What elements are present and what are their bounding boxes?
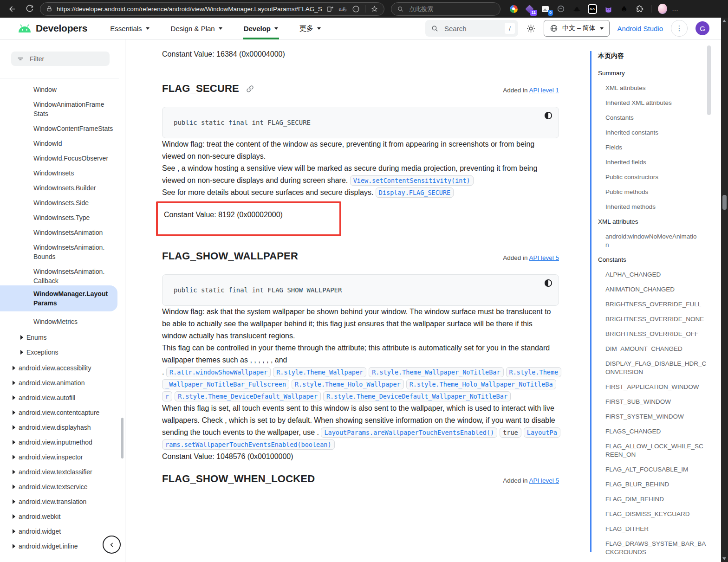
expand-triangle-icon[interactable] (13, 544, 15, 549)
sidebar-class-item[interactable]: WindowInsetsAnimation. Bounds (0, 243, 117, 261)
toc-item[interactable]: FLAG_BLUR_BEHIND (598, 480, 700, 489)
cat-extension-icon[interactable] (604, 4, 613, 13)
sidebar-class-item[interactable]: WindowInsetsAnimation (0, 228, 117, 237)
code-link-chip[interactable]: R.style.Theme_DeviceDefault_Wallpaper (175, 391, 321, 401)
sidebar-package-item[interactable]: android.webkit (0, 512, 125, 521)
toc-item[interactable]: android:windowNoMoveAnimatio n (598, 233, 700, 249)
toc-item[interactable]: Inherited constants (598, 129, 700, 137)
android-studio-link[interactable]: Android Studio (618, 25, 663, 32)
toc-item[interactable]: FLAG_DRAWS_SYSTEM_BAR_BA CKGROUNDS (598, 540, 700, 556)
expand-triangle-icon[interactable] (13, 470, 15, 474)
toc-item[interactable]: FLAG_DIM_BEHIND (598, 495, 700, 504)
expand-triangle-icon[interactable] (13, 440, 15, 445)
expand-triangle-icon[interactable] (20, 350, 23, 355)
nav-item[interactable]: Essentials (99, 18, 160, 39)
nav-item[interactable]: Develop (233, 18, 289, 39)
back-icon[interactable] (5, 2, 20, 16)
developers-logo[interactable]: Developers (18, 23, 87, 34)
expand-triangle-icon[interactable] (20, 335, 23, 340)
code-link-chip[interactable]: R.style.Theme_Wallpaper (273, 367, 366, 377)
toc-item[interactable]: Public constructors (598, 173, 700, 181)
toc-item[interactable]: FIRST_APPLICATION_WINDOW (598, 383, 700, 391)
toc-item[interactable]: XML attributes (598, 84, 700, 92)
hat-extension-icon[interactable] (572, 4, 581, 13)
collapse-sidebar-button[interactable] (103, 536, 121, 554)
minus-circle-extension-icon[interactable] (556, 4, 566, 13)
translate-icon[interactable]: aあ (339, 6, 347, 13)
sidebar-scrollbar-thumb[interactable] (121, 418, 124, 459)
sidebar-class-item[interactable]: WindowMetrics (0, 317, 117, 326)
sidebar-package-item[interactable]: android.view.inspector (0, 452, 125, 462)
extensions-puzzle-icon[interactable] (635, 4, 644, 13)
code-link-chip[interactable]: LayoutParams.areWallpaperTouchEventsEnab… (321, 427, 497, 438)
site-search-box[interactable]: / (425, 20, 518, 37)
toc-item[interactable]: Constants (598, 256, 700, 264)
sidebar-class-item[interactable]: Window (0, 85, 117, 94)
expand-triangle-icon[interactable] (13, 425, 15, 430)
expand-triangle-icon[interactable] (13, 381, 15, 385)
gem-extension-icon[interactable]: 11 (525, 4, 534, 13)
expand-triangle-icon[interactable] (13, 499, 15, 504)
sidebar-package-item[interactable]: android.widget (0, 527, 125, 536)
sidebar-package-item[interactable]: android.view.contentcapture (0, 408, 125, 417)
toc-item[interactable]: Inherited XML attributes (598, 99, 700, 107)
image-extension-icon[interactable]: 0 (540, 4, 550, 13)
nav-item[interactable]: 更多 (289, 18, 332, 39)
toc-item[interactable]: ALPHA_CHANGED (598, 271, 700, 279)
site-search-input[interactable] (443, 24, 500, 33)
code-theme-toggle-icon[interactable] (544, 278, 553, 288)
toc-item[interactable]: FLAGS_CHANGED (598, 427, 700, 436)
toc-item[interactable]: BRIGHTNESS_OVERRIDE_FULL (598, 300, 700, 309)
toc-item[interactable]: Inherited methods (598, 203, 700, 211)
toc-item[interactable]: DISPLAY_FLAG_DISABLE_HDR_C ONVERSION (598, 360, 700, 376)
page-scrollbar-thumb[interactable] (722, 195, 727, 210)
sidebar-package-item[interactable]: android.view.textservice (0, 482, 125, 491)
sidebar-package-item[interactable]: android.view.autofill (0, 393, 125, 402)
sidebar-class-item[interactable]: WindowInsets.Builder (0, 183, 117, 193)
theme-toggle-sun-icon[interactable] (526, 24, 536, 33)
scroll-down-arrow-icon[interactable] (722, 557, 726, 560)
toc-item[interactable]: BRIGHTNESS_OVERRIDE_OFF (598, 330, 700, 338)
url-text[interactable]: https://developer.android.com/reference/… (57, 6, 322, 13)
sidebar-class-item[interactable]: WindowContentFrameStats (0, 124, 117, 133)
toc-item[interactable]: XML attributes (598, 218, 700, 226)
expand-triangle-icon[interactable] (13, 410, 15, 415)
sidebar-package-item[interactable]: android.view.animation (0, 378, 125, 388)
filter-input[interactable] (29, 55, 96, 63)
toc-item[interactable]: Fields (598, 143, 700, 152)
sidebar-group-item[interactable]: Exceptions (0, 348, 125, 357)
user-avatar[interactable]: G (696, 21, 709, 35)
favorite-star-icon[interactable] (370, 5, 378, 13)
toc-item[interactable]: BRIGHTNESS_OVERRIDE_NONE (598, 315, 700, 323)
code-theme-toggle-icon[interactable] (544, 111, 553, 120)
toc-item[interactable]: Summary (598, 69, 700, 78)
sidebar-class-item[interactable]: WindowId.FocusObserver (0, 154, 117, 163)
oo-extension-icon[interactable]: oo (588, 4, 597, 13)
toc-item[interactable]: Constants (598, 114, 700, 122)
api-level-link[interactable]: API level 1 (529, 87, 559, 94)
language-selector[interactable]: 中文 – 简体 (544, 20, 610, 37)
browser-search-box[interactable] (391, 2, 500, 16)
code-link-chip[interactable]: R.style.Theme_Wallpaper_NoTitleBar (369, 367, 503, 377)
toc-item[interactable]: ANIMATION_CHANGED (598, 285, 700, 294)
code-link-chip[interactable]: R.style.Theme_Holo_Wallpaper (292, 379, 404, 389)
expand-triangle-icon[interactable] (13, 366, 15, 370)
scroll-up-arrow-icon[interactable] (722, 19, 726, 22)
sidebar-package-item[interactable]: android.view.displayhash (0, 423, 125, 432)
reload-icon[interactable] (22, 2, 37, 16)
toc-item[interactable]: DIM_AMOUNT_CHANGED (598, 345, 700, 353)
toc-item[interactable]: Public methods (598, 188, 700, 196)
code-link-chip[interactable]: R.attr.windowShowWallpaper (166, 367, 271, 377)
address-bar[interactable]: https://developer.android.com/reference/… (40, 2, 384, 16)
sidebar-package-item[interactable]: android.view.accessibility (0, 363, 125, 373)
browser-search-input[interactable] (408, 5, 480, 13)
sidebar-group-item[interactable]: Enums (0, 333, 125, 342)
sidebar-class-item[interactable]: WindowInsets (0, 168, 117, 178)
split-screen-icon[interactable] (326, 5, 334, 13)
toc-item[interactable]: Inherited fields (598, 158, 700, 167)
expand-triangle-icon[interactable] (13, 514, 15, 519)
toc-item[interactable]: FLAG_ALLOW_LOCK_WHILE_SC REEN_ON (598, 442, 700, 459)
sidebar-class-item[interactable]: WindowId (0, 139, 117, 148)
api-level-link[interactable]: API level 5 (529, 477, 559, 484)
toc-item[interactable]: FLAG_DISMISS_KEYGUARD (598, 510, 700, 518)
